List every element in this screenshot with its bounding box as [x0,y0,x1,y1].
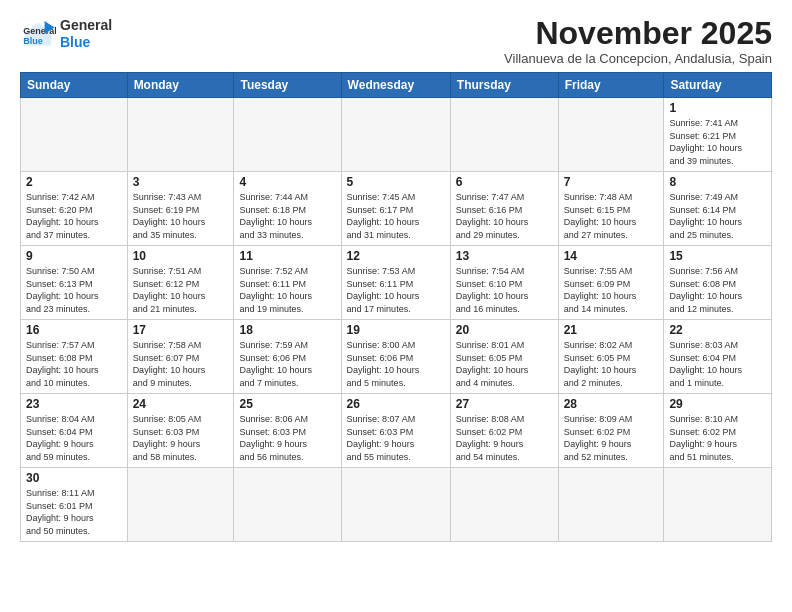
day-number: 26 [347,397,445,411]
day-number: 2 [26,175,122,189]
calendar-cell-week4-day5: 28Sunrise: 8:09 AM Sunset: 6:02 PM Dayli… [558,394,664,468]
calendar-cell-week5-day2 [234,468,341,541]
calendar-week-2: 9Sunrise: 7:50 AM Sunset: 6:13 PM Daylig… [21,246,772,320]
calendar-week-1: 2Sunrise: 7:42 AM Sunset: 6:20 PM Daylig… [21,172,772,246]
calendar-cell-week0-day6: 1Sunrise: 7:41 AM Sunset: 6:21 PM Daylig… [664,98,772,172]
calendar-cell-week5-day1 [127,468,234,541]
calendar-header-monday: Monday [127,73,234,98]
calendar-cell-week4-day1: 24Sunrise: 8:05 AM Sunset: 6:03 PM Dayli… [127,394,234,468]
day-number: 1 [669,101,766,115]
day-info: Sunrise: 8:05 AM Sunset: 6:03 PM Dayligh… [133,413,229,463]
calendar-cell-week2-day4: 13Sunrise: 7:54 AM Sunset: 6:10 PM Dayli… [450,246,558,320]
day-info: Sunrise: 7:57 AM Sunset: 6:08 PM Dayligh… [26,339,122,389]
day-number: 30 [26,471,122,485]
calendar-cell-week1-day4: 6Sunrise: 7:47 AM Sunset: 6:16 PM Daylig… [450,172,558,246]
day-number: 27 [456,397,553,411]
day-info: Sunrise: 7:48 AM Sunset: 6:15 PM Dayligh… [564,191,659,241]
day-number: 9 [26,249,122,263]
calendar-cell-week0-day1 [127,98,234,172]
day-number: 13 [456,249,553,263]
day-info: Sunrise: 8:09 AM Sunset: 6:02 PM Dayligh… [564,413,659,463]
day-info: Sunrise: 8:00 AM Sunset: 6:06 PM Dayligh… [347,339,445,389]
title-block: November 2025 Villanueva de la Concepcio… [504,16,772,66]
calendar-cell-week3-day5: 21Sunrise: 8:02 AM Sunset: 6:05 PM Dayli… [558,320,664,394]
calendar-cell-week0-day0 [21,98,128,172]
calendar-header-row: SundayMondayTuesdayWednesdayThursdayFrid… [21,73,772,98]
calendar-cell-week0-day3 [341,98,450,172]
calendar-cell-week3-day3: 19Sunrise: 8:00 AM Sunset: 6:06 PM Dayli… [341,320,450,394]
day-info: Sunrise: 7:41 AM Sunset: 6:21 PM Dayligh… [669,117,766,167]
calendar: SundayMondayTuesdayWednesdayThursdayFrid… [20,72,772,541]
calendar-cell-week5-day6 [664,468,772,541]
day-number: 24 [133,397,229,411]
calendar-week-4: 23Sunrise: 8:04 AM Sunset: 6:04 PM Dayli… [21,394,772,468]
calendar-cell-week1-day0: 2Sunrise: 7:42 AM Sunset: 6:20 PM Daylig… [21,172,128,246]
day-info: Sunrise: 7:47 AM Sunset: 6:16 PM Dayligh… [456,191,553,241]
calendar-cell-week1-day6: 8Sunrise: 7:49 AM Sunset: 6:14 PM Daylig… [664,172,772,246]
day-info: Sunrise: 7:42 AM Sunset: 6:20 PM Dayligh… [26,191,122,241]
calendar-cell-week5-day0: 30Sunrise: 8:11 AM Sunset: 6:01 PM Dayli… [21,468,128,541]
day-number: 4 [239,175,335,189]
calendar-header-wednesday: Wednesday [341,73,450,98]
day-info: Sunrise: 8:08 AM Sunset: 6:02 PM Dayligh… [456,413,553,463]
calendar-cell-week1-day2: 4Sunrise: 7:44 AM Sunset: 6:18 PM Daylig… [234,172,341,246]
calendar-cell-week2-day5: 14Sunrise: 7:55 AM Sunset: 6:09 PM Dayli… [558,246,664,320]
subtitle: Villanueva de la Concepcion, Andalusia, … [504,51,772,66]
day-info: Sunrise: 7:50 AM Sunset: 6:13 PM Dayligh… [26,265,122,315]
calendar-header-thursday: Thursday [450,73,558,98]
day-info: Sunrise: 7:58 AM Sunset: 6:07 PM Dayligh… [133,339,229,389]
month-title: November 2025 [504,16,772,51]
logo: General Blue General Blue [20,16,112,52]
page: General Blue General Blue November 2025 … [0,0,792,552]
day-info: Sunrise: 7:59 AM Sunset: 6:06 PM Dayligh… [239,339,335,389]
day-info: Sunrise: 8:01 AM Sunset: 6:05 PM Dayligh… [456,339,553,389]
calendar-cell-week1-day3: 5Sunrise: 7:45 AM Sunset: 6:17 PM Daylig… [341,172,450,246]
calendar-cell-week4-day4: 27Sunrise: 8:08 AM Sunset: 6:02 PM Dayli… [450,394,558,468]
day-info: Sunrise: 7:52 AM Sunset: 6:11 PM Dayligh… [239,265,335,315]
day-info: Sunrise: 7:44 AM Sunset: 6:18 PM Dayligh… [239,191,335,241]
calendar-cell-week3-day2: 18Sunrise: 7:59 AM Sunset: 6:06 PM Dayli… [234,320,341,394]
calendar-cell-week2-day6: 15Sunrise: 7:56 AM Sunset: 6:08 PM Dayli… [664,246,772,320]
calendar-header-friday: Friday [558,73,664,98]
day-number: 14 [564,249,659,263]
svg-text:Blue: Blue [23,36,43,46]
calendar-cell-week5-day4 [450,468,558,541]
logo-icon: General Blue [20,16,56,52]
calendar-cell-week3-day4: 20Sunrise: 8:01 AM Sunset: 6:05 PM Dayli… [450,320,558,394]
day-info: Sunrise: 8:04 AM Sunset: 6:04 PM Dayligh… [26,413,122,463]
calendar-week-3: 16Sunrise: 7:57 AM Sunset: 6:08 PM Dayli… [21,320,772,394]
day-number: 29 [669,397,766,411]
day-number: 28 [564,397,659,411]
day-info: Sunrise: 7:54 AM Sunset: 6:10 PM Dayligh… [456,265,553,315]
calendar-week-0: 1Sunrise: 7:41 AM Sunset: 6:21 PM Daylig… [21,98,772,172]
day-number: 20 [456,323,553,337]
day-number: 18 [239,323,335,337]
day-number: 7 [564,175,659,189]
day-info: Sunrise: 7:45 AM Sunset: 6:17 PM Dayligh… [347,191,445,241]
calendar-cell-week2-day1: 10Sunrise: 7:51 AM Sunset: 6:12 PM Dayli… [127,246,234,320]
day-number: 22 [669,323,766,337]
calendar-week-5: 30Sunrise: 8:11 AM Sunset: 6:01 PM Dayli… [21,468,772,541]
day-info: Sunrise: 8:06 AM Sunset: 6:03 PM Dayligh… [239,413,335,463]
day-number: 3 [133,175,229,189]
day-number: 5 [347,175,445,189]
day-info: Sunrise: 8:07 AM Sunset: 6:03 PM Dayligh… [347,413,445,463]
day-number: 21 [564,323,659,337]
calendar-header-tuesday: Tuesday [234,73,341,98]
day-info: Sunrise: 8:10 AM Sunset: 6:02 PM Dayligh… [669,413,766,463]
day-number: 11 [239,249,335,263]
day-info: Sunrise: 7:49 AM Sunset: 6:14 PM Dayligh… [669,191,766,241]
day-info: Sunrise: 7:53 AM Sunset: 6:11 PM Dayligh… [347,265,445,315]
calendar-header-sunday: Sunday [21,73,128,98]
day-number: 12 [347,249,445,263]
day-info: Sunrise: 7:56 AM Sunset: 6:08 PM Dayligh… [669,265,766,315]
day-number: 6 [456,175,553,189]
calendar-cell-week0-day5 [558,98,664,172]
day-number: 15 [669,249,766,263]
day-number: 16 [26,323,122,337]
calendar-cell-week1-day5: 7Sunrise: 7:48 AM Sunset: 6:15 PM Daylig… [558,172,664,246]
calendar-cell-week4-day3: 26Sunrise: 8:07 AM Sunset: 6:03 PM Dayli… [341,394,450,468]
calendar-cell-week3-day6: 22Sunrise: 8:03 AM Sunset: 6:04 PM Dayli… [664,320,772,394]
day-number: 23 [26,397,122,411]
calendar-cell-week0-day2 [234,98,341,172]
